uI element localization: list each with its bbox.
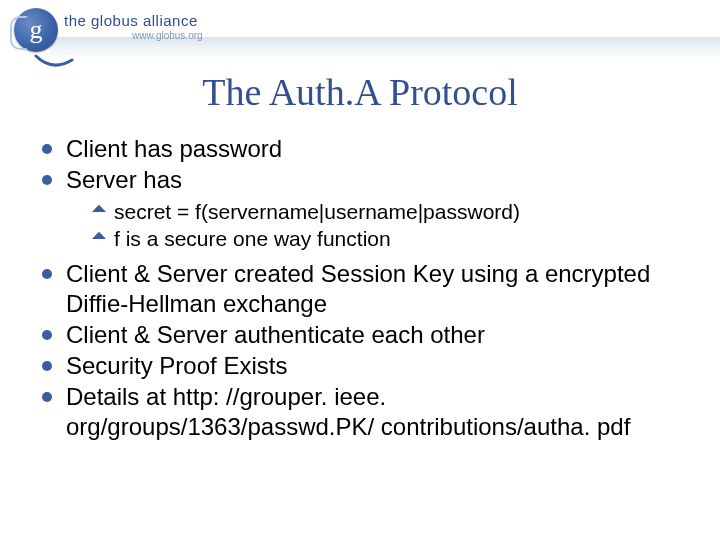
bullet-text: Details at http: //grouper. ieee. org/gr… xyxy=(66,383,630,439)
bullet-item: Client has password xyxy=(36,134,690,163)
bullet-list: Client has password Server has secret = … xyxy=(36,134,690,441)
logo: g xyxy=(14,8,58,52)
logo-letter: g xyxy=(30,17,43,43)
bullet-item: Client & Server authenticate each other xyxy=(36,320,690,349)
sub-bullet-text: f is a secure one way function xyxy=(114,227,391,250)
bullet-item: Server has secret = f(servername|usernam… xyxy=(36,165,690,253)
bullet-text: Server has xyxy=(66,166,182,193)
sub-bullet-item: f is a secure one way function xyxy=(92,226,690,253)
sub-bullet-item: secret = f(servername|username|password) xyxy=(92,199,690,226)
bullet-item: Security Proof Exists xyxy=(36,351,690,380)
bullet-text: Client has password xyxy=(66,135,282,162)
bullet-text: Client & Server authenticate each other xyxy=(66,321,485,348)
bullet-text: Security Proof Exists xyxy=(66,352,287,379)
bullet-item: Client & Server created Session Key usin… xyxy=(36,259,690,318)
sub-bullet-text: secret = f(servername|username|password) xyxy=(114,200,520,223)
globus-logo-icon: g xyxy=(14,8,58,52)
sub-bullet-list: secret = f(servername|username|password)… xyxy=(92,199,690,254)
logo-url-text: www.globus.org xyxy=(132,30,203,41)
slide: g the globus alliance www.globus.org The… xyxy=(0,0,720,540)
slide-title: The Auth.A Protocol xyxy=(0,70,720,114)
logo-ring-icon xyxy=(10,16,28,50)
bullet-text: Client & Server created Session Key usin… xyxy=(66,260,650,316)
slide-content: Client has password Server has secret = … xyxy=(36,134,690,443)
logo-brand-text: the globus alliance xyxy=(64,12,198,29)
bullet-item: Details at http: //grouper. ieee. org/gr… xyxy=(36,382,690,441)
